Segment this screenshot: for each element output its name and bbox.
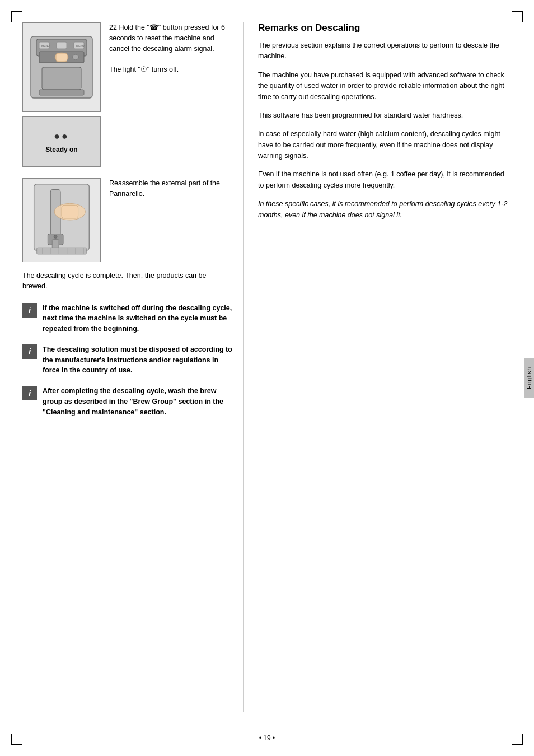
machine-image: MENU MENU [22, 22, 101, 112]
complete-text: The descaling cycle is complete. Then, t… [22, 270, 232, 292]
info-text-1: If the machine is switched off during th… [43, 303, 232, 334]
para-4: In case of especially hard water (high c… [258, 129, 512, 161]
para-5: Even if the machine is not used often (e… [258, 169, 512, 191]
info-text-2: The descaling solution must be disposed … [43, 344, 232, 376]
svg-rect-12 [56, 53, 67, 62]
svg-text:MENU: MENU [41, 44, 50, 48]
page: English [0, 0, 534, 756]
step-22-text: 22 Hold the "☎" button pressed for 6 sec… [109, 22, 232, 75]
info-icon-3: i [22, 386, 37, 400]
svg-rect-9 [42, 67, 81, 90]
para-6: In these specific cases, it is recommend… [258, 199, 512, 221]
pannarello-svg [23, 179, 100, 262]
language-tab: English [524, 358, 534, 398]
step-22-images: MENU MENU [22, 22, 101, 167]
corner-mark-bl [11, 734, 22, 745]
pannarello-image [22, 178, 101, 262]
right-column: Remarks on Descaling The previous sectio… [247, 22, 528, 712]
info-icon-1: i [22, 303, 37, 318]
svg-text:MENU: MENU [76, 44, 85, 48]
info-text-3-bold: After completing the descaling cycle, wa… [43, 387, 223, 416]
steady-on-box: ●● Steady on [22, 116, 101, 167]
svg-rect-3 [57, 42, 67, 49]
svg-rect-20 [37, 248, 87, 254]
svg-rect-18 [62, 205, 78, 218]
step-reassemble-instruction: Reassemble the external part of the Pann… [109, 179, 220, 198]
info-text-1-bold: If the machine is switched off during th… [43, 304, 232, 333]
corner-mark-tl [11, 11, 22, 22]
column-separator [243, 22, 244, 712]
svg-rect-10 [39, 90, 84, 95]
step-22-block: MENU MENU [22, 22, 232, 167]
main-layout: MENU MENU [0, 0, 534, 734]
steady-on-label: Steady on [45, 146, 77, 153]
step-reassemble-block: Reassemble the external part of the Pann… [22, 178, 232, 262]
para-3: This software has been programmed for st… [258, 110, 512, 121]
info-box-3: i After completing the descaling cycle, … [22, 386, 232, 417]
corner-mark-br [512, 734, 523, 745]
corner-mark-tr [512, 11, 523, 22]
left-column: MENU MENU [22, 22, 241, 712]
info-icon-2: i [22, 344, 37, 359]
svg-point-8 [73, 54, 78, 60]
para-1: The previous section explains the correc… [258, 40, 512, 62]
step-number: 22 [109, 24, 117, 31]
info-box-1: i If the machine is switched off during … [22, 303, 232, 334]
info-box-2: i The descaling solution must be dispose… [22, 344, 232, 376]
svg-point-19 [54, 235, 57, 239]
para-2: The machine you have purchased is equipp… [258, 70, 512, 102]
section-title: Remarks on Descaling [258, 22, 512, 34]
step-22-instruction: Hold the "☎" button pressed for 6 second… [109, 24, 225, 53]
machine-svg: MENU MENU [25, 25, 98, 109]
info-text-2-bold: The descaling solution must be disposed … [43, 346, 232, 375]
step-reassemble-text: Reassemble the external part of the Pann… [109, 178, 232, 199]
step-22-light: The light "☉" turns off. [109, 66, 179, 73]
steady-on-indicator: ●● [54, 130, 69, 142]
info-text-3: After completing the descaling cycle, wa… [43, 386, 232, 417]
page-number: • 19 • [0, 734, 534, 756]
